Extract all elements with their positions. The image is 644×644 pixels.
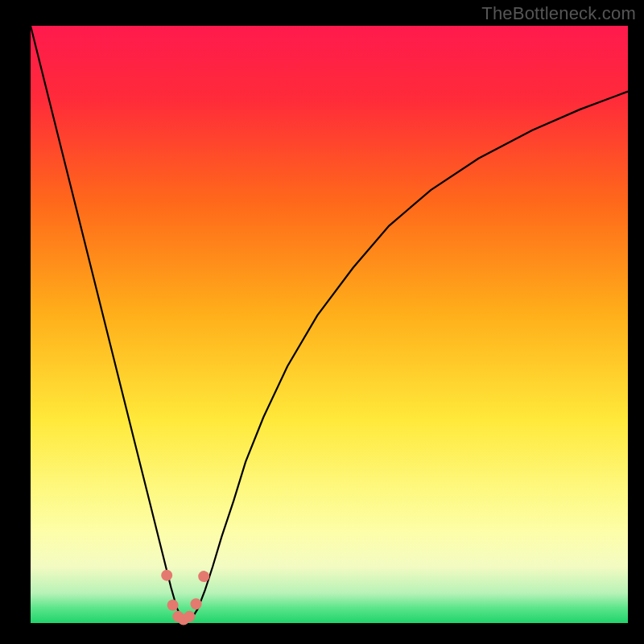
watermark-text: TheBottleneck.com bbox=[481, 3, 636, 24]
curve-marker bbox=[191, 598, 202, 609]
curve-marker bbox=[167, 600, 179, 611]
curve-marker bbox=[198, 571, 209, 582]
curve-marker bbox=[161, 570, 172, 581]
chart-frame: TheBottleneck.com bbox=[0, 0, 644, 644]
plot-background bbox=[31, 26, 628, 623]
bottleneck-chart bbox=[0, 0, 644, 644]
curve-marker bbox=[184, 611, 195, 622]
